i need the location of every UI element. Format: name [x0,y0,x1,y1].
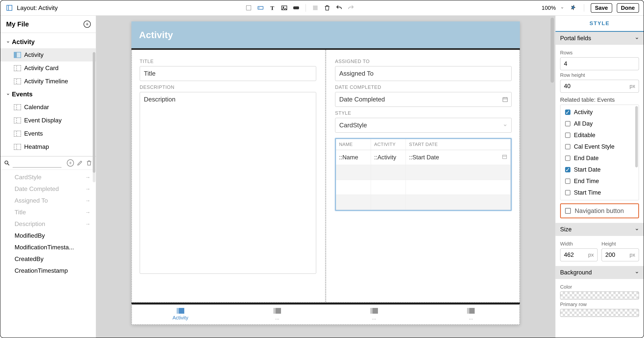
check-allday[interactable]: All Day [560,118,639,130]
tree-item-events[interactable]: Events [0,127,96,140]
check-endtime[interactable]: End Time [560,176,639,187]
portal-col-startdate: START DATE [406,139,510,150]
chevron-down-icon [503,123,508,128]
field-description[interactable]: Description→ [0,218,96,230]
primary-row-swatch[interactable] [560,309,639,317]
portal-row-empty[interactable] [336,165,510,180]
edit-field-icon[interactable] [76,160,83,166]
text-tool-icon[interactable]: T [268,4,277,12]
delete-icon[interactable] [323,4,332,12]
section-portal-fields[interactable]: Portal fields [556,32,644,45]
width-input[interactable]: 462px [560,248,598,262]
style-label: STYLE [335,110,512,116]
portal-fields-list: ✓Activity All Day Editable Cal Event Sty… [560,104,639,200]
add-field-button[interactable]: + [67,159,74,166]
description-field[interactable]: Description [140,92,316,274]
portal-col-name: NAME [336,139,371,150]
section-background[interactable]: Background [556,266,644,279]
tab-activity[interactable]: Activity [132,304,229,324]
portal-row[interactable]: ::Name ::Activity ::Start Date [336,150,510,165]
part-separator[interactable] [132,48,520,50]
check-editable[interactable]: Editable [560,130,639,141]
field-search[interactable] [13,158,62,168]
toolbar-separator [584,4,584,12]
field-createdby[interactable]: CreatedBy [0,253,96,265]
style-field[interactable]: CardStyle [335,118,512,133]
zoom-chevron-icon[interactable] [560,6,564,10]
section-size[interactable]: Size [556,223,644,236]
tree-item-activity[interactable]: Activity [0,48,96,62]
height-input[interactable]: 200px [602,248,639,262]
check-caleventstyle[interactable]: Cal Event Style [560,141,639,152]
left-sidebar: My File + Activity Activity Activity Car… [0,16,96,338]
tab-4[interactable]: ... [422,304,520,324]
done-button[interactable]: Done [617,3,639,13]
redo-icon[interactable] [346,4,355,12]
tree-item-activity-timeline[interactable]: Activity Timeline [0,75,96,88]
add-layout-button[interactable]: + [84,20,91,28]
checklist-scrollbar[interactable] [635,106,638,167]
delete-field-icon[interactable] [86,160,92,166]
canvas-scrollbar[interactable] [550,18,554,83]
width-label: Width [560,241,598,247]
check-enddate[interactable]: End Date [560,152,639,164]
svg-rect-12 [503,98,508,102]
check-startdate[interactable]: ✓Start Date [560,164,639,176]
svg-rect-16 [503,155,507,159]
rows-label: Rows [560,50,639,56]
field-modification-timestamp[interactable]: ModificationTimesta... [0,242,96,253]
sidebar-scrollbar[interactable] [93,52,96,182]
tab-2[interactable]: ... [229,304,326,324]
svg-text:T: T [270,5,274,11]
completed-label: DATE COMPLETED [335,84,512,90]
field-tool-icon[interactable] [256,4,265,12]
top-toolbar: Layout: Activity T 100% Save Done [0,0,644,16]
field-creation-timestamp[interactable]: CreationTimestamp [0,265,96,276]
navigation-button-toggle[interactable]: Navigation button [560,203,639,218]
rowheight-input[interactable]: 40px [560,80,639,93]
canvas-area[interactable]: Activity TITLE Title DESCRIPTION Descrip… [96,16,555,338]
button-tool-icon[interactable] [292,4,300,12]
rows-input[interactable]: 4 [560,57,639,70]
align-tool-icon[interactable] [311,4,320,12]
completed-field[interactable]: Date Completed [335,92,512,107]
layout-icon [5,4,14,12]
check-starttime[interactable]: Start Time [560,187,639,198]
field-cardstyle[interactable]: CardStyle→ [0,172,96,183]
tree-group-events[interactable]: Events [0,88,96,100]
related-table-label: Related table: Events [560,96,639,103]
tab-3[interactable]: ... [326,304,422,324]
assigned-label: ASSIGNED TO [335,58,512,64]
tree-group-activity[interactable]: Activity [0,36,96,48]
portal[interactable]: NAME ACTIVITY START DATE ::Name ::Activi… [335,138,512,211]
assigned-field[interactable]: Assigned To [335,66,512,81]
title-field[interactable]: Title [140,66,316,81]
calendar-icon [502,154,507,159]
primary-row-label: Primary row [560,302,639,307]
inspector-tab-style[interactable]: STYLE [556,16,644,32]
layout-label: Layout: Activity [17,4,58,12]
field-date-completed[interactable]: Date Completed→ [0,183,96,195]
portal-row-empty[interactable] [336,180,510,195]
image-tool-icon[interactable] [280,4,289,12]
layout-canvas[interactable]: Activity TITLE Title DESCRIPTION Descrip… [132,22,520,325]
page-header[interactable]: Activity [132,22,520,48]
color-swatch[interactable] [560,292,639,300]
check-activity[interactable]: ✓Activity [560,106,639,118]
tree-item-calendar[interactable]: Calendar [0,100,96,114]
tree-item-event-display[interactable]: Event Display [0,114,96,127]
column-divider[interactable] [325,50,326,302]
search-icon[interactable] [4,160,10,166]
tree-item-activity-card[interactable]: Activity Card [0,62,96,75]
field-title[interactable]: Title→ [0,206,96,218]
select-tool-icon[interactable] [244,4,253,12]
field-modifiedby[interactable]: ModifiedBy [0,230,96,242]
theme-icon[interactable] [568,4,577,12]
field-assigned-to[interactable]: Assigned To→ [0,195,96,206]
portal-row-empty[interactable] [336,195,510,210]
zoom-label[interactable]: 100% [542,5,556,11]
tree-item-heatmap[interactable]: Heatmap [0,140,96,154]
save-button[interactable]: Save [591,3,612,13]
undo-icon[interactable] [335,4,344,12]
svg-point-7 [283,7,284,8]
